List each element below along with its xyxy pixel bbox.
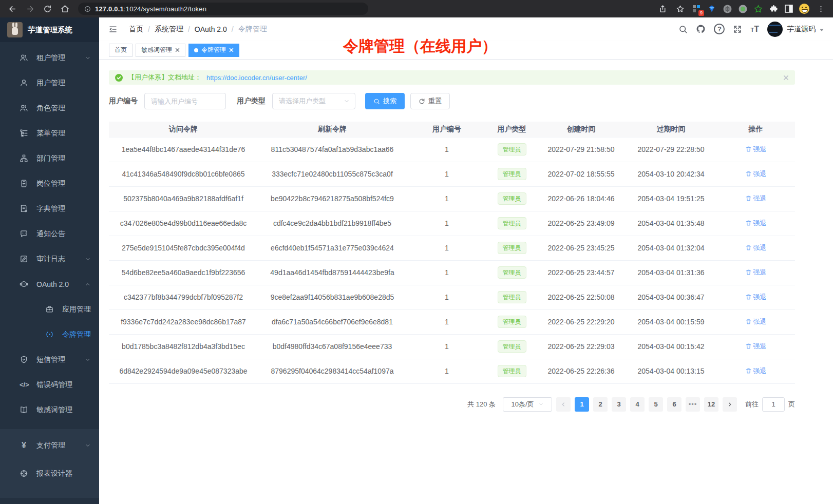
alert-close-icon[interactable] xyxy=(783,75,789,81)
search-icon[interactable] xyxy=(678,25,688,34)
user-type-badge: 管理员 xyxy=(498,316,526,328)
page-button-4[interactable]: 4 xyxy=(630,397,645,412)
cell-user-id: 1 xyxy=(407,359,487,383)
table-row: 6d842e2924594de9a09e45e087323abe 8796295… xyxy=(109,359,795,383)
user-type-select[interactable]: 请选择用户类型 xyxy=(272,93,355,109)
page-button-12[interactable]: 12 xyxy=(704,397,718,412)
sidebar-item-oauth2[interactable]: OAuth 2.0 xyxy=(0,272,99,297)
tab-sensitive-word[interactable]: 敏感词管理 xyxy=(136,44,185,57)
cell-created: 2022-07-29 21:58:50 xyxy=(537,137,626,162)
browser-reload-button[interactable] xyxy=(40,2,54,16)
breadcrumb-item-system[interactable]: 系统管理 xyxy=(155,25,183,34)
profile-emoji-icon[interactable] xyxy=(798,3,810,15)
force-logout-button[interactable]: 强退 xyxy=(745,342,767,351)
sidebar-item-dict[interactable]: 字典管理 xyxy=(0,196,99,221)
tab-home[interactable]: 首页 xyxy=(109,44,132,57)
breadcrumb-separator: / xyxy=(232,25,234,33)
trash-icon xyxy=(745,170,752,177)
breadcrumb-item-home[interactable]: 首页 xyxy=(129,25,143,34)
address-bar[interactable]: 127.0.0.1:1024/system/oauth2/token xyxy=(78,3,368,15)
col-access-token: 访问令牌 xyxy=(109,122,258,137)
sidebar-item-tenant[interactable]: 租户管理 xyxy=(0,45,99,70)
topbar: 首页 / 系统管理 / OAuth 2.0 / 令牌管理 ? TT xyxy=(99,17,833,41)
page-button-3[interactable]: 3 xyxy=(612,397,626,412)
force-logout-button[interactable]: 强退 xyxy=(745,317,767,326)
split-view-icon[interactable] xyxy=(783,3,795,15)
page-button-5[interactable]: 5 xyxy=(649,397,663,412)
page-button-6[interactable]: 6 xyxy=(667,397,681,412)
sidebar-item-label: 支付管理 xyxy=(36,441,77,450)
breadcrumb-separator: / xyxy=(188,25,190,33)
edit-note-icon xyxy=(20,255,28,263)
app-logo[interactable]: 芋道管理系统 xyxy=(0,17,99,42)
page-button-2[interactable]: 2 xyxy=(593,397,608,412)
force-logout-button[interactable]: 强退 xyxy=(745,293,767,302)
goto-page-input[interactable] xyxy=(762,397,785,412)
cell-expires: 2054-03-04 00:15:59 xyxy=(626,309,716,334)
page-size-select[interactable]: 10条/页 xyxy=(503,397,552,412)
user-type-badge: 管理员 xyxy=(498,242,526,254)
sidebar-item-pay[interactable]: ¥ 支付管理 xyxy=(0,431,99,459)
extension-command-icon[interactable] xyxy=(721,3,733,15)
browser-forward-button[interactable] xyxy=(23,2,37,16)
sidebar-item-dept[interactable]: 部门管理 xyxy=(0,146,99,171)
force-logout-button[interactable]: 强退 xyxy=(745,169,767,179)
close-icon[interactable] xyxy=(229,48,234,52)
pagination: 共 120 条 10条/页 1 2 3 4 5 6 ••• 12 xyxy=(109,397,795,412)
sidebar-item-user[interactable]: 用户管理 xyxy=(0,70,99,95)
fullscreen-icon[interactable] xyxy=(733,25,742,34)
site-info-icon[interactable] xyxy=(84,6,91,12)
sidebar-item-sms[interactable]: 短信管理 xyxy=(0,347,99,372)
cell-actions: 强退 xyxy=(716,334,795,359)
cell-created: 2022-07-02 18:55:55 xyxy=(537,162,626,186)
sidebar-item-sensitive-word[interactable]: 敏感词管理 xyxy=(0,397,99,422)
next-page-button[interactable] xyxy=(723,397,737,412)
browser-home-button[interactable] xyxy=(58,2,72,16)
sidebar-item-token[interactable]: 令牌管理 xyxy=(0,322,99,347)
cell-refresh-token: 811c530487574fa0af1a59d3abc1aa66 xyxy=(258,137,407,162)
force-logout-button[interactable]: 强退 xyxy=(745,219,767,228)
bookmark-star-icon[interactable] xyxy=(673,2,687,16)
github-icon[interactable] xyxy=(696,24,706,34)
reset-button[interactable]: 重置 xyxy=(410,93,450,109)
sidebar-item-oauth-app[interactable]: 应用管理 xyxy=(0,297,99,322)
force-logout-button[interactable]: 强退 xyxy=(745,145,767,154)
search-button[interactable]: 搜索 xyxy=(365,93,405,109)
close-icon[interactable] xyxy=(175,48,180,52)
sidebar-item-audit-log[interactable]: 审计日志 xyxy=(0,246,99,272)
share-icon[interactable] xyxy=(655,2,670,16)
browser-back-button[interactable] xyxy=(5,2,20,16)
font-size-icon[interactable]: TT xyxy=(750,25,759,33)
user-id-input[interactable] xyxy=(144,93,226,109)
doc-link[interactable]: https://doc.iocoder.cn/user-center/ xyxy=(206,74,307,82)
table-row: c342377bf8b344799dcbf7bf095287f2 9ce8ef2… xyxy=(109,285,795,309)
sidebar-item-errcode[interactable]: </> 错误码管理 xyxy=(0,372,99,397)
page-button-1[interactable]: 1 xyxy=(575,397,589,412)
extension-gem-icon[interactable] xyxy=(706,3,718,15)
sidebar-item-label: 字典管理 xyxy=(36,204,91,214)
page-unit-label: 页 xyxy=(788,400,795,409)
more-pages-button[interactable]: ••• xyxy=(686,397,700,412)
help-icon[interactable]: ? xyxy=(714,24,725,34)
sidebar-item-post[interactable]: 岗位管理 xyxy=(0,171,99,196)
browser-menu-icon[interactable] xyxy=(813,2,828,16)
extension-star-icon[interactable] xyxy=(752,3,764,15)
extensions-puzzle-icon[interactable] xyxy=(767,3,780,15)
breadcrumb-item-oauth2[interactable]: OAuth 2.0 xyxy=(195,25,227,33)
sidebar-item-role[interactable]: 角色管理 xyxy=(0,95,99,121)
sidebar-item-report-designer[interactable]: 报表设计器 xyxy=(0,459,99,488)
extension-grid-icon[interactable]: 9 xyxy=(690,3,703,15)
force-logout-button[interactable]: 强退 xyxy=(745,366,767,376)
sidebar-item-label: 通知公告 xyxy=(36,229,91,239)
tab-token[interactable]: 令牌管理 xyxy=(188,44,239,57)
sidebar-item-notice[interactable]: 通知公告 xyxy=(0,221,99,246)
force-logout-button[interactable]: 强退 xyxy=(745,268,767,277)
prev-page-button[interactable] xyxy=(556,397,571,412)
user-menu[interactable]: 芋道源码 xyxy=(767,22,824,37)
extension-record-icon[interactable] xyxy=(736,3,749,15)
force-logout-button[interactable]: 强退 xyxy=(745,194,767,203)
sidebar-item-menu[interactable]: 菜单管理 xyxy=(0,121,99,146)
sidebar-fold-icon[interactable] xyxy=(108,25,118,34)
cell-expires: 2054-03-10 20:42:34 xyxy=(626,162,716,186)
force-logout-button[interactable]: 强退 xyxy=(745,243,767,253)
